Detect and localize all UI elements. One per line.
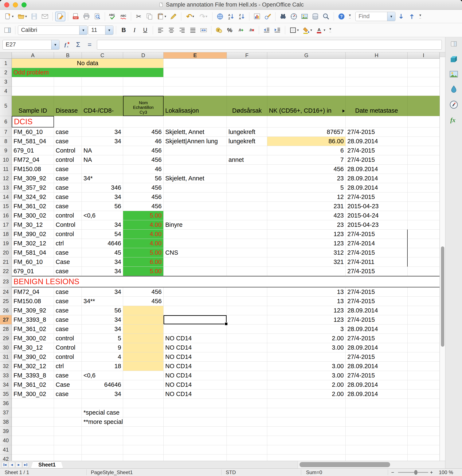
cell-H16[interactable]: 2015-04-24	[346, 211, 408, 220]
cell-H4[interactable]	[346, 86, 408, 96]
cell-I34[interactable]	[408, 380, 440, 390]
cell-D21[interactable]: 6.00	[123, 257, 164, 267]
find-input[interactable]: Find▾	[355, 12, 396, 21]
insert-chart-icon[interactable]	[252, 12, 262, 21]
cell-B18[interactable]: control	[54, 230, 82, 239]
cell-G39[interactable]	[267, 427, 346, 436]
cell-D11[interactable]: 46	[123, 165, 164, 174]
cell-B33[interactable]: case	[54, 371, 82, 380]
redo-icon[interactable]: ↷▾	[197, 12, 210, 21]
cell-F6[interactable]	[227, 116, 267, 128]
cell-D22[interactable]: 5.00	[123, 267, 164, 276]
cell-F24[interactable]	[227, 287, 267, 297]
cell-D4[interactable]	[123, 86, 164, 96]
cell-C29[interactable]: 5	[82, 334, 123, 343]
cell-A34[interactable]: FM_361_02	[12, 380, 54, 390]
cell-I13[interactable]	[408, 183, 440, 192]
cell-I41[interactable]	[408, 445, 440, 454]
cell-I14[interactable]	[408, 192, 440, 202]
cell-F3[interactable]	[227, 77, 267, 86]
decrease-indent-icon[interactable]	[262, 25, 272, 35]
cell-A1[interactable]: No data	[12, 59, 164, 68]
cell-C40[interactable]	[82, 436, 123, 445]
cell-H42[interactable]	[346, 454, 408, 461]
sidebar-styles-icon[interactable]	[447, 83, 460, 96]
cell-F37[interactable]	[227, 408, 267, 417]
sidebar-properties-icon[interactable]	[447, 52, 460, 66]
row-header-35[interactable]: 35	[0, 390, 12, 399]
cell-B5[interactable]: Disease	[54, 96, 82, 116]
row-header-14[interactable]: 14	[0, 192, 12, 202]
cell-B24[interactable]: case	[54, 287, 82, 297]
cell-D28[interactable]	[123, 324, 164, 334]
cell-D13[interactable]: 456	[123, 183, 164, 192]
cell-D3[interactable]	[123, 77, 164, 86]
cell-F32[interactable]	[227, 362, 267, 371]
hyperlink-icon[interactable]	[215, 12, 225, 21]
cell-I24[interactable]	[408, 287, 440, 297]
cell-D9[interactable]: 456	[123, 146, 164, 155]
cell-C14[interactable]: 34	[82, 192, 123, 202]
cell-C16[interactable]: <0,6	[82, 211, 123, 220]
row-header-29[interactable]: 29	[0, 334, 12, 343]
cell-H15[interactable]: 2015-04-23	[346, 202, 408, 211]
cell-H31[interactable]: 27/4-2015	[346, 352, 408, 362]
zoom-level[interactable]: 100 %	[439, 469, 453, 475]
split-window-handle[interactable]	[440, 52, 445, 57]
italic-icon[interactable]: I	[129, 25, 140, 35]
cell-C33[interactable]: <0,6	[82, 371, 123, 380]
cell-F39[interactable]	[227, 427, 267, 436]
cell-H41[interactable]	[346, 445, 408, 454]
cell-D42[interactable]	[123, 454, 164, 461]
cell-A21[interactable]: FM_60_10	[12, 257, 54, 267]
row-header-8[interactable]: 8	[0, 137, 12, 146]
cell-A4[interactable]	[12, 86, 54, 96]
cell-H36[interactable]	[346, 399, 408, 408]
cell-E21[interactable]	[164, 257, 227, 267]
cell-A38[interactable]	[12, 417, 54, 427]
cell-B7[interactable]: case	[54, 128, 82, 137]
open-icon[interactable]: ▾	[16, 12, 28, 21]
zoom-window-button[interactable]	[22, 2, 26, 7]
cell-I31[interactable]	[408, 352, 440, 362]
cell-H37[interactable]	[346, 408, 408, 417]
find-input-dropdown-icon[interactable]: ▾	[387, 12, 395, 21]
cell-I6[interactable]	[408, 116, 440, 128]
cell-E20[interactable]: CNS	[164, 248, 227, 257]
row-header-26[interactable]: 26	[0, 306, 12, 315]
cell-H22[interactable]: 27/4-2015	[346, 267, 408, 276]
cell-H19[interactable]: 27/4-2014	[346, 239, 408, 248]
cell-B32[interactable]: ctrl	[54, 362, 82, 371]
cell-B13[interactable]: case	[54, 183, 82, 192]
font-name-combo[interactable]: Calibri▾	[18, 26, 87, 35]
cell-C8[interactable]: 34	[82, 137, 123, 146]
cell-G29[interactable]: 2.00	[267, 334, 346, 343]
cell-A20[interactable]: FM_581_04	[12, 248, 54, 257]
cell-B3[interactable]	[54, 77, 82, 86]
cell-B42[interactable]	[54, 454, 82, 461]
cell-E28[interactable]	[164, 324, 227, 334]
cell-E38[interactable]	[164, 417, 227, 427]
cell-F13[interactable]	[227, 183, 267, 192]
cell-I33[interactable]	[408, 371, 440, 380]
cell-F2[interactable]	[227, 68, 267, 77]
cell-G28[interactable]: 3	[267, 324, 346, 334]
cell-H27[interactable]: 27/4-2015	[346, 315, 408, 324]
align-center-icon[interactable]	[166, 25, 176, 35]
cell-B34[interactable]: Case	[54, 380, 82, 390]
row-header-39[interactable]: 39	[0, 427, 12, 436]
cell-A9[interactable]: 679_01	[12, 146, 54, 155]
row-header-13[interactable]: 13	[0, 183, 12, 192]
cell-D16[interactable]: 5.00	[123, 211, 164, 220]
col-header-I[interactable]: I	[408, 52, 440, 59]
cell-G31[interactable]	[267, 352, 346, 362]
row-header-22[interactable]: 22	[0, 267, 12, 276]
cell-B12[interactable]: case	[54, 174, 82, 183]
cell-G38[interactable]	[267, 417, 346, 427]
cell-B11[interactable]: case	[54, 165, 82, 174]
row-header-27[interactable]: 27	[0, 315, 12, 324]
name-box[interactable]: E27 ▾	[2, 40, 59, 50]
cell-E12[interactable]: Skjelett, Annet	[164, 174, 227, 183]
cell-I3[interactable]	[408, 77, 440, 86]
cell-F25[interactable]	[227, 297, 267, 306]
